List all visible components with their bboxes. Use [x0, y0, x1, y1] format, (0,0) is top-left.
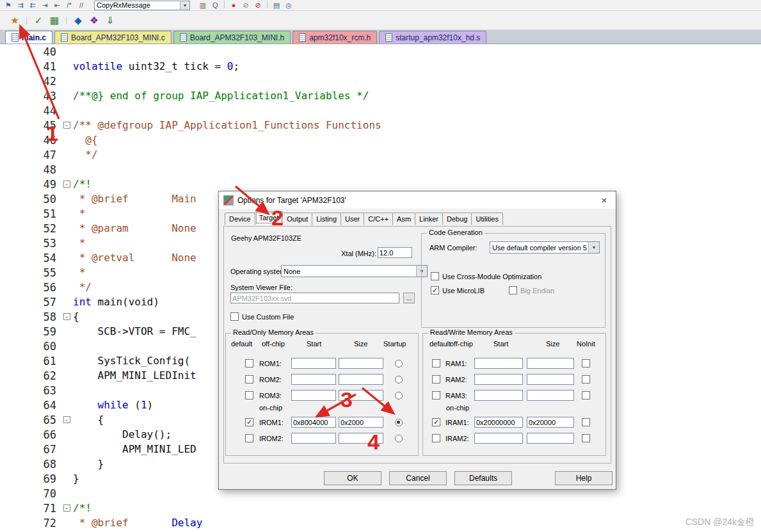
- dialog-button-help[interactable]: Help: [555, 471, 613, 485]
- default-checkbox[interactable]: ✓: [432, 418, 440, 426]
- start-address-field[interactable]: [474, 390, 523, 401]
- noinit-checkbox[interactable]: [582, 391, 590, 399]
- start-address-field[interactable]: [474, 433, 523, 444]
- dialog-titlebar[interactable]: Options for Target 'APM32F103' ×: [219, 191, 616, 209]
- comment-selection-icon[interactable]: /*: [63, 1, 75, 10]
- system-viewer-file-input[interactable]: [230, 293, 399, 303]
- chevron-down-icon[interactable]: ▼: [180, 1, 189, 10]
- dialog-tab-asm[interactable]: Asm: [392, 213, 415, 225]
- kill-breakpoints-icon[interactable]: ⊘: [252, 1, 264, 10]
- operating-system-select[interactable]: None ▼: [281, 265, 428, 277]
- size-field[interactable]: [527, 417, 574, 428]
- start-address-field[interactable]: [291, 417, 336, 428]
- dialog-tab-output[interactable]: Output: [282, 213, 312, 225]
- dialog-tab-utilities[interactable]: Utilities: [471, 213, 502, 225]
- dialog-button-defaults[interactable]: Defaults: [454, 471, 512, 485]
- options-for-target-icon[interactable]: ★: [8, 13, 22, 28]
- dialog-tab-debug[interactable]: Debug: [442, 213, 472, 225]
- browse-button[interactable]: ...: [403, 293, 415, 303]
- tab-board-apm32f103-mini-h[interactable]: Board_APM32F103_MINI.h: [173, 31, 291, 44]
- use-microlib-checkbox[interactable]: ✓: [431, 286, 439, 294]
- message-combo[interactable]: CopyRxMessage ▼: [94, 1, 190, 10]
- build-icon[interactable]: ▦: [47, 13, 61, 28]
- fold-collapse-icon[interactable]: -: [63, 313, 70, 320]
- start-address-field[interactable]: [474, 374, 523, 385]
- chevron-down-icon[interactable]: ▼: [588, 242, 599, 253]
- startup-radio[interactable]: [395, 392, 403, 399]
- dialog-button-cancel[interactable]: Cancel: [389, 471, 447, 485]
- noinit-checkbox[interactable]: [582, 375, 590, 383]
- noinit-checkbox[interactable]: [582, 418, 590, 426]
- default-checkbox[interactable]: [245, 434, 253, 442]
- dialog-tab-target[interactable]: Target: [255, 211, 284, 225]
- default-checkbox[interactable]: [432, 375, 440, 383]
- use-custom-file-checkbox[interactable]: [230, 312, 239, 321]
- translate-icon[interactable]: ✓: [31, 13, 45, 28]
- startup-radio[interactable]: [395, 376, 403, 383]
- default-checkbox[interactable]: [245, 375, 253, 383]
- memory-col-header: off-chip: [450, 340, 473, 348]
- big-endian-checkbox[interactable]: [509, 286, 517, 294]
- tab-board-apm32f103-mini-c[interactable]: Board_APM32F103_MINI.c: [54, 31, 172, 44]
- fold-collapse-icon[interactable]: -: [63, 504, 70, 512]
- cross-module-checkbox[interactable]: [431, 272, 439, 280]
- start-address-field[interactable]: [474, 358, 523, 369]
- tab-startup-apm32f10x-hd-s[interactable]: startup_apm32f10x_hd.s: [379, 31, 486, 44]
- toggle-bookmark-icon[interactable]: ⚑: [3, 1, 14, 10]
- download-icon[interactable]: ⇓: [103, 13, 117, 28]
- xtal-input[interactable]: [378, 247, 412, 258]
- start-address-field[interactable]: [291, 358, 336, 369]
- tab-apm32f10x-rcm-h[interactable]: apm32f10x_rcm.h: [292, 31, 377, 44]
- size-field[interactable]: [527, 358, 574, 369]
- default-checkbox[interactable]: [432, 391, 440, 399]
- default-checkbox[interactable]: [432, 359, 440, 367]
- size-field[interactable]: [339, 390, 383, 401]
- size-field[interactable]: [527, 390, 574, 401]
- size-field[interactable]: [527, 433, 574, 444]
- search-icon[interactable]: ◎: [283, 1, 294, 10]
- size-field[interactable]: [339, 417, 383, 428]
- prev-bookmark-icon[interactable]: ⇇: [27, 1, 38, 10]
- disable-breakpoint-icon[interactable]: ⊘: [240, 1, 252, 10]
- default-checkbox[interactable]: [245, 391, 253, 399]
- next-bookmark-icon[interactable]: ⇉: [15, 1, 26, 10]
- size-field[interactable]: [339, 433, 383, 444]
- noinit-checkbox[interactable]: [582, 434, 590, 442]
- start-address-field[interactable]: [291, 390, 336, 401]
- dialog-tab-cc[interactable]: C/C++: [364, 213, 393, 225]
- size-field[interactable]: [527, 374, 574, 385]
- close-icon[interactable]: ×: [593, 191, 616, 209]
- indent-icon[interactable]: ⇥: [39, 1, 51, 10]
- startup-radio[interactable]: [395, 419, 403, 426]
- startup-radio[interactable]: [395, 360, 403, 367]
- dialog-tab-listing[interactable]: Listing: [312, 213, 341, 225]
- open-book-icon[interactable]: ▥: [197, 1, 209, 10]
- start-address-field[interactable]: [291, 433, 336, 444]
- startup-radio[interactable]: [395, 435, 403, 442]
- fold-collapse-icon[interactable]: -: [63, 122, 70, 129]
- rebuild-icon[interactable]: ❖: [87, 13, 101, 28]
- dialog-tab-linker[interactable]: Linker: [415, 213, 443, 225]
- default-checkbox[interactable]: [245, 359, 253, 367]
- batch-build-icon[interactable]: ◆: [71, 13, 85, 28]
- outdent-icon[interactable]: ⇤: [51, 1, 63, 10]
- dialog-tab-user[interactable]: User: [340, 213, 364, 225]
- fold-collapse-icon[interactable]: -: [63, 181, 70, 188]
- start-address-field[interactable]: [474, 417, 523, 428]
- uncomment-selection-icon[interactable]: //: [76, 1, 87, 10]
- line-number: 53: [0, 237, 60, 250]
- dialog-tab-device[interactable]: Device: [225, 213, 255, 225]
- start-address-field[interactable]: [291, 374, 336, 385]
- tab-main-c[interactable]: main.c: [5, 31, 52, 44]
- find-in-files-icon[interactable]: Q: [209, 1, 221, 10]
- noinit-checkbox[interactable]: [582, 359, 590, 367]
- periodic-window-icon[interactable]: ▤: [271, 1, 282, 10]
- fold-collapse-icon[interactable]: -: [63, 416, 70, 423]
- arm-compiler-select[interactable]: Use default compiler version 5 ▼: [490, 241, 600, 254]
- default-checkbox[interactable]: ✓: [245, 418, 253, 426]
- size-field[interactable]: [339, 358, 383, 369]
- size-field[interactable]: [339, 374, 383, 385]
- default-checkbox[interactable]: [432, 434, 440, 442]
- dialog-button-ok[interactable]: OK: [324, 471, 381, 485]
- insert-breakpoint-icon[interactable]: ●: [228, 1, 239, 10]
